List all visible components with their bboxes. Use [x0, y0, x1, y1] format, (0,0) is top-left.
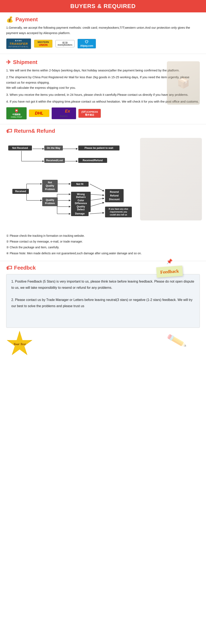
payment-logos: BANK TRANSFER INTERNATIONAL WESTERN UNIO… [6, 38, 200, 49]
dhl-logo: DHL [29, 110, 49, 117]
feedback-label: Feedback [160, 268, 179, 275]
damage-box: Damage [71, 211, 89, 216]
return-refund-title-text: Return& Refund [14, 128, 55, 134]
svg-line-21 [90, 213, 104, 214]
fedex-logo: FedEx Express [51, 107, 76, 119]
shipment-title-text: Shipment [13, 59, 37, 66]
not-fit-box: Not fit [71, 182, 89, 186]
payment-section: 💰 Payment 1.Generally, we accept the fol… [0, 12, 206, 52]
svg-line-20 [90, 202, 104, 206]
on-the-way-box: On the Way [44, 146, 63, 150]
return-refund-notes: ① Please check the tracking in formation… [6, 234, 200, 256]
received-box: Received [12, 189, 29, 194]
sf-logo: (SF) EXPRESS顺丰速运 [78, 109, 101, 118]
feedback-para2: 2. Please contact us by Trade Manager or… [11, 297, 195, 309]
western-union-logo: WESTERN UNION [34, 40, 53, 48]
flowchart: Not Received On the Way Please be patien… [6, 136, 200, 232]
bank-transfer-logo: BANK TRANSFER INTERNATIONAL [6, 38, 31, 49]
return-refund-icon: 🏷 [6, 128, 12, 134]
feedback-section: 🏷 Feedbck 📌 Feedback 1. Positive Feedbac… [0, 262, 206, 362]
svg-line-18 [90, 194, 104, 195]
payment-title: 💰 Payment [6, 16, 200, 23]
quality-problem-box: Quality Problem [42, 197, 58, 206]
note-3: ③ Check the package and Item, carefully. [6, 245, 200, 250]
feedback-pin: 📌 [166, 259, 173, 264]
shipment-section: ✈ Shipment 📦 1. We will sent the items w… [0, 55, 206, 123]
svg-line-19 [90, 198, 104, 200]
payment-icon: 💰 [6, 16, 13, 23]
payment-text: 1.Generally, we accept the following pay… [6, 25, 200, 36]
moneybookers-logo: ((( ))) moneybookers [55, 40, 75, 47]
shipment-icon: ✈ [6, 59, 11, 66]
resend-refund-box: Resend Refund Discount [105, 189, 124, 202]
chinapost-logo: 📮 中国邮政 CHINA POST [6, 107, 27, 120]
shipping-logos: 📮 中国邮政 CHINA POST DHL FedEx Express (SF)… [6, 107, 200, 120]
alipay-logo: 🛡 Alipay.com [78, 39, 96, 48]
payment-title-text: Payment [15, 16, 38, 23]
not-received-box: Not Received [8, 146, 32, 150]
received-lost-box: Received/Lost [44, 158, 65, 163]
return-refund-section: 🏷 Return& Refund [0, 126, 206, 260]
page-header: BUYERS & REQUIRED [0, 0, 206, 12]
yourtext-label: Your Text [13, 342, 25, 346]
note-4: ④ Please Note: Men made defects are not … [6, 251, 200, 256]
delivery-image: 📦 [167, 61, 200, 105]
note-2: ② Please contact us by meesage, e-mail, … [6, 239, 200, 244]
feedback-title-text: Feedbck [14, 264, 36, 271]
note-1: ① Please check the tracking in formation… [6, 234, 200, 238]
received-refund-box: Received/Refund [78, 158, 107, 163]
if-you-have-box: If you have any else requirements you co… [105, 206, 132, 217]
return-refund-title: 🏷 Return& Refund [6, 128, 200, 134]
yourtext-badge-container: Your Text [6, 331, 33, 358]
flowchart-arrows [6, 136, 200, 232]
pencil-decoration: ✏️ [166, 330, 187, 351]
feedback-image-area: 📌 Feedback [157, 262, 198, 295]
not-quality-box: Not Quality Problem [42, 180, 58, 192]
svg-line-17 [90, 184, 104, 191]
quality-defect-box: Quality Defect [71, 204, 91, 212]
please-wait-box: Please be patient to wait [78, 146, 119, 150]
feedback-icon: 🏷 [6, 264, 12, 271]
